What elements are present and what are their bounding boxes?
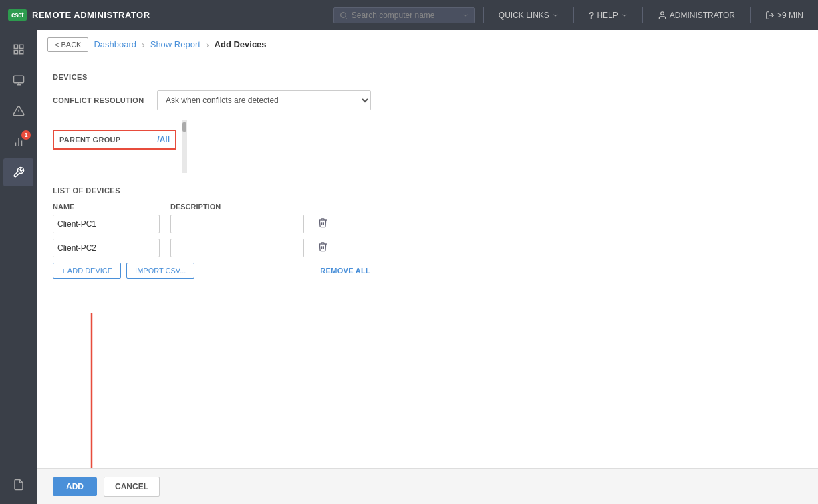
cancel-button[interactable]: CANCEL [104, 477, 160, 497]
trash-icon-2 [317, 241, 328, 252]
breadcrumb-sep-2: › [206, 39, 209, 50]
admin-icon [658, 11, 667, 20]
trash-icon-1 [317, 217, 328, 228]
svg-rect-6 [14, 51, 17, 54]
svg-line-1 [345, 17, 346, 18]
divider-1 [483, 7, 484, 23]
device-action-buttons: + ADD DEVICE IMPORT CSV... REMOVE ALL [53, 263, 802, 279]
breadcrumb-current: Add Devices [215, 39, 267, 49]
content-area: DEVICES CONFLICT RESOLUTION Ask when con… [37, 59, 818, 468]
sidebar-item-computer[interactable] [3, 66, 33, 94]
devices-section-title: DEVICES [53, 73, 802, 81]
top-header: eset REMOTE ADMINISTRATOR QUICK LINKS ? … [0, 0, 818, 30]
tools-icon [13, 166, 25, 178]
main-layout: 1 < BACK Dashboard › Show Report › Add D… [0, 30, 818, 504]
logo-icon: eset [8, 9, 27, 21]
sidebar-item-grid[interactable] [3, 35, 33, 64]
delete-device-2-button[interactable] [315, 240, 331, 256]
svg-rect-7 [19, 51, 23, 54]
admin-btn[interactable]: ADMINISTRATOR [651, 8, 742, 23]
device-row-2 [53, 239, 802, 257]
page-icon [13, 479, 25, 491]
svg-point-2 [660, 11, 664, 15]
back-button[interactable]: < BACK [47, 37, 88, 52]
device-list-header: NAME DESCRIPTION [53, 203, 802, 211]
sidebar-item-save[interactable] [3, 471, 33, 499]
svg-point-0 [340, 12, 346, 17]
logout-icon [765, 11, 775, 20]
remove-all-button[interactable]: REMOVE ALL [320, 267, 370, 275]
search-bar[interactable] [333, 7, 475, 23]
divider-3 [642, 7, 643, 23]
add-device-button[interactable]: + ADD DEVICE [53, 263, 121, 279]
conflict-row: CONFLICT RESOLUTION Ask when conflicts a… [53, 90, 802, 110]
scrollbar [182, 120, 187, 173]
device-name-input-2[interactable] [53, 239, 160, 257]
divider-4 [750, 7, 751, 23]
chart-badge: 1 [21, 130, 31, 140]
conflict-select[interactable]: Ask when conflicts are detected [157, 90, 371, 110]
device-desc-input-2[interactable] [170, 239, 304, 257]
svg-rect-5 [19, 45, 23, 48]
sidebar-item-alert[interactable] [3, 97, 33, 125]
dropdown-icon [462, 12, 469, 19]
breadcrumb: < BACK Dashboard › Show Report › Add Dev… [37, 30, 818, 59]
parent-group-label: PARENT GROUP [54, 136, 152, 144]
svg-rect-8 [13, 76, 23, 83]
svg-rect-4 [14, 45, 17, 48]
conflict-label: CONFLICT RESOLUTION [53, 96, 146, 104]
quick-links-btn[interactable]: QUICK LINKS [492, 8, 565, 23]
sidebar: 1 [0, 30, 37, 504]
import-csv-button[interactable]: IMPORT CSV... [126, 263, 194, 279]
main-panel: < BACK Dashboard › Show Report › Add Dev… [37, 30, 818, 504]
sidebar-item-tools[interactable] [3, 158, 33, 186]
logo: eset REMOTE ADMINISTRATOR [8, 9, 150, 21]
device-name-input-1[interactable] [53, 215, 160, 233]
breadcrumb-show-report[interactable]: Show Report [150, 39, 200, 49]
breadcrumb-dashboard[interactable]: Dashboard [94, 39, 136, 49]
device-row-1 [53, 215, 802, 233]
name-col-header: NAME [53, 203, 160, 211]
footer: ADD CANCEL [37, 468, 818, 504]
monitor-icon [13, 74, 25, 86]
divider-2 [573, 7, 574, 23]
list-of-devices-title: LIST OF DEVICES [53, 186, 802, 195]
device-desc-input-1[interactable] [170, 215, 304, 233]
session-btn[interactable]: >9 MIN [759, 8, 810, 23]
parent-group-box[interactable]: PARENT GROUP /All [53, 130, 176, 150]
annotation-arrow [85, 313, 98, 468]
sidebar-item-chart[interactable]: 1 [3, 128, 33, 156]
help-btn[interactable]: ? HELP [582, 7, 634, 23]
breadcrumb-sep-1: › [142, 39, 145, 50]
warning-icon [13, 105, 25, 117]
delete-device-1-button[interactable] [315, 216, 331, 232]
add-button[interactable]: ADD [53, 477, 97, 496]
search-icon [339, 11, 348, 19]
app-title: REMOTE ADMINISTRATOR [32, 10, 150, 20]
desc-col-header: DESCRIPTION [170, 203, 304, 211]
parent-group-value[interactable]: /All [152, 135, 175, 144]
search-input[interactable] [352, 11, 458, 20]
grid-icon [13, 43, 25, 55]
quick-links-chevron [552, 12, 559, 19]
help-chevron [621, 12, 628, 19]
